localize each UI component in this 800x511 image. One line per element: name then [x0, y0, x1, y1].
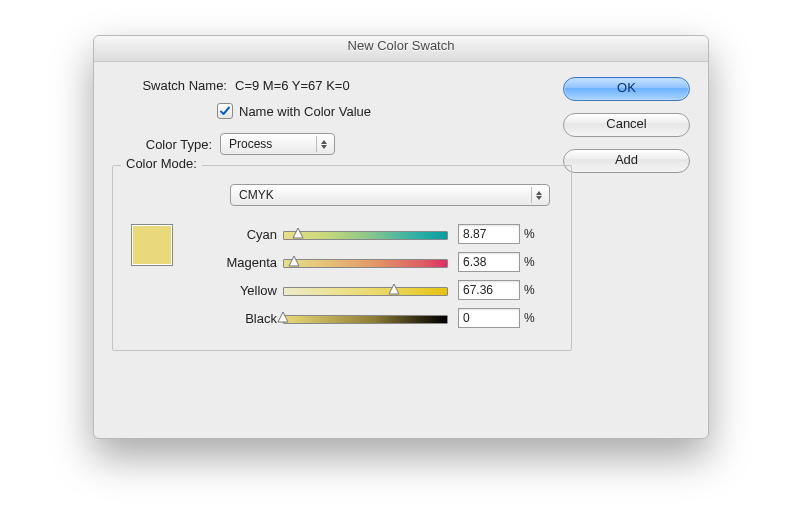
add-button[interactable]: Add — [563, 149, 690, 173]
black-input[interactable]: 0 — [458, 308, 520, 328]
color-mode-value: CMYK — [239, 188, 274, 202]
color-mode-select[interactable]: CMYK — [230, 184, 550, 206]
yellow-label: Yellow — [187, 283, 283, 298]
magenta-label: Magenta — [187, 255, 283, 270]
swatch-preview — [131, 224, 173, 266]
magenta-input[interactable]: 6.38 — [458, 252, 520, 272]
magenta-unit: % — [524, 255, 535, 269]
black-slider[interactable] — [283, 312, 448, 324]
new-color-swatch-dialog: New Color Swatch OK Cancel Add Swatch Na… — [93, 35, 709, 439]
name-with-value-checkbox[interactable] — [217, 103, 233, 119]
color-type-value: Process — [229, 137, 272, 151]
black-label: Black — [187, 311, 283, 326]
color-mode-label: Color Mode: — [121, 156, 202, 171]
dialog-button-stack: OK Cancel Add — [563, 77, 688, 185]
black-unit: % — [524, 311, 535, 325]
popup-arrows-icon — [531, 187, 546, 203]
cyan-slider[interactable] — [283, 228, 448, 240]
yellow-input[interactable]: 67.36 — [458, 280, 520, 300]
yellow-unit: % — [524, 283, 535, 297]
ok-button[interactable]: OK — [563, 77, 690, 101]
cyan-input[interactable]: 8.87 — [458, 224, 520, 244]
name-with-value-label: Name with Color Value — [239, 104, 371, 119]
cancel-button[interactable]: Cancel — [563, 113, 690, 137]
color-type-select[interactable]: Process — [220, 133, 335, 155]
checkmark-icon — [219, 105, 231, 117]
color-type-label: Color Type: — [112, 137, 220, 152]
cyan-label: Cyan — [187, 227, 283, 242]
magenta-slider[interactable] — [283, 256, 448, 268]
popup-arrows-icon — [316, 136, 331, 152]
swatch-name-label: Swatch Name: — [112, 78, 235, 93]
cyan-unit: % — [524, 227, 535, 241]
color-mode-group: Color Mode: CMYK Cyan — [112, 165, 572, 351]
dialog-title: New Color Swatch — [94, 36, 708, 62]
yellow-slider[interactable] — [283, 284, 448, 296]
